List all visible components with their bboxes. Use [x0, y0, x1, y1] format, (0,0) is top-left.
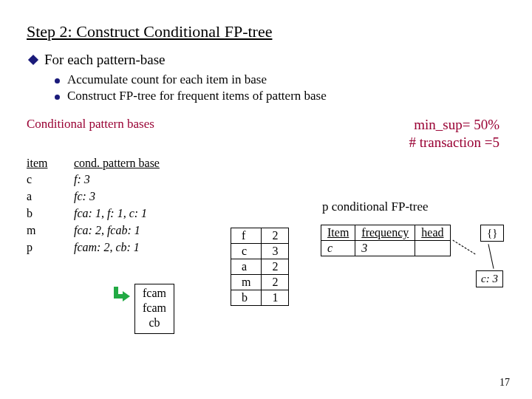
cell-item: a [27, 190, 74, 203]
mid-row: Conditional pattern bases min_sup= 50% #… [27, 117, 505, 152]
arrow-icon [114, 287, 134, 303]
cell-item: b [27, 207, 74, 220]
page-title: Step 2: Construct Conditional FP-tree [27, 22, 505, 41]
bullet-text: Accumulate count for each item in base [67, 72, 267, 87]
cell-item: m [27, 224, 74, 237]
table-row: a fc: 3 [27, 190, 505, 203]
cell-key: a [231, 259, 262, 275]
hdr-item: Item [321, 225, 355, 241]
hdr-head: head [415, 225, 450, 241]
cell-base: f: 3 [74, 173, 90, 186]
heading-text: For each pattern-base [44, 52, 166, 68]
fcam-line: fcam [143, 301, 166, 316]
table-row: c 3 [321, 241, 451, 256]
p-conditional-label: p conditional FP-tree [322, 200, 429, 214]
bullet-icon [55, 78, 60, 83]
params-right: min_sup= 50% # transaction =5 [409, 117, 499, 152]
content-area: item cond. pattern base c f: 3 a fc: 3 b… [27, 157, 505, 254]
pattern-table-header: item cond. pattern base [27, 157, 505, 170]
bullet-icon [55, 95, 60, 100]
tree-c3-node: c: 3 [476, 270, 503, 287]
cell-item: c [321, 241, 355, 256]
table-row: c 3 [231, 244, 289, 259]
table-row: f 2 [231, 228, 289, 244]
cell-key: c [231, 244, 262, 259]
min-sup: min_sup= 50% [409, 117, 499, 133]
cell-val: 2 [262, 275, 289, 290]
cell-base: fcam: 2, cb: 1 [74, 241, 140, 254]
hdr-freq: frequency [355, 225, 415, 241]
heading-row: For each pattern-base [27, 52, 505, 68]
cpb-label: Conditional pattern bases [27, 117, 154, 152]
sub-bullet: Accumulate count for each item in base [52, 72, 505, 87]
cell-val: 3 [262, 244, 289, 259]
cell-base: fca: 2, fcab: 1 [74, 224, 140, 237]
cell-key: f [231, 228, 262, 244]
fcam-line: cb [143, 316, 166, 330]
cell-base: fca: 1, f: 1, c: 1 [74, 207, 147, 220]
cell-val: 2 [262, 259, 289, 275]
cell-base: fc: 3 [74, 190, 95, 203]
cell-val: 2 [262, 228, 289, 244]
cell-key: b [231, 290, 262, 306]
tree-edge [485, 244, 497, 270]
projected-db-box: fcam fcam cb [134, 284, 174, 334]
bullet-text: Construct FP-tree for frequent items of … [67, 89, 327, 103]
cell-val: 1 [262, 290, 289, 306]
cell-freq: 3 [355, 241, 415, 256]
table-row: c f: 3 [27, 173, 505, 186]
tree-root-node: {} [480, 225, 504, 242]
table-row: Item frequency head [321, 225, 451, 241]
cell-key: m [231, 275, 262, 290]
table-row: m 2 [231, 275, 289, 290]
page-number: 17 [499, 377, 510, 389]
hdr-base: cond. pattern base [74, 157, 160, 170]
hdr-item: item [27, 157, 74, 170]
cell-item: c [27, 173, 74, 186]
table-row: b 1 [231, 290, 289, 306]
cell-item: p [27, 241, 74, 254]
header-table: Item frequency head c 3 [321, 225, 451, 256]
count-table: f 2 c 3 a 2 m 2 b 1 [231, 228, 289, 306]
trans-count: # transaction =5 [409, 134, 499, 151]
cell-head [415, 241, 450, 256]
table-row: a 2 [231, 259, 289, 275]
diamond-bullet-icon [28, 55, 38, 65]
fcam-line: fcam [143, 286, 166, 301]
sub-bullet-list: Accumulate count for each item in base C… [52, 72, 505, 103]
sub-bullet: Construct FP-tree for frequent items of … [52, 89, 505, 103]
table-row: b fca: 1, f: 1, c: 1 [27, 207, 505, 220]
